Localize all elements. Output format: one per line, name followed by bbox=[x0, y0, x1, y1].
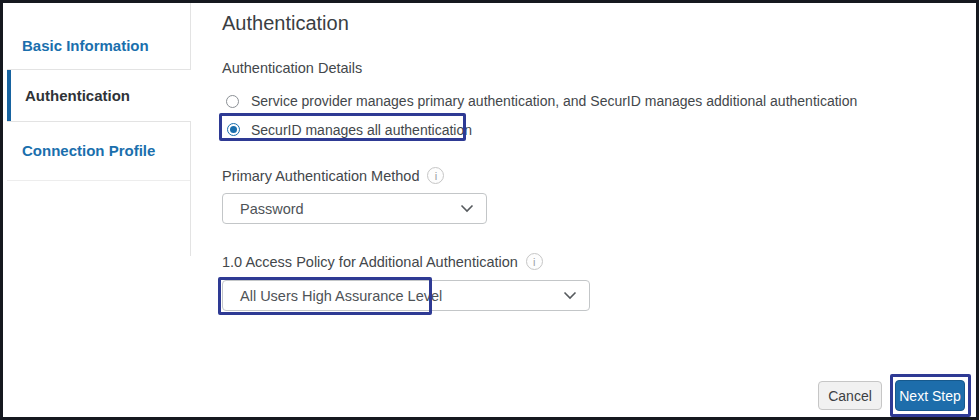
info-icon[interactable]: i bbox=[427, 167, 444, 184]
access-policy-label-text: 1.0 Access Policy for Additional Authent… bbox=[222, 254, 518, 270]
radio-option-label: Service provider manages primary authent… bbox=[251, 93, 857, 109]
primary-method-field-label: Primary Authentication Method i bbox=[222, 167, 444, 184]
info-icon[interactable]: i bbox=[526, 253, 543, 270]
chevron-down-icon bbox=[460, 204, 474, 213]
access-policy-select[interactable]: All Users High Assurance Level bbox=[222, 280, 590, 311]
active-tab-indicator-bar bbox=[7, 70, 11, 121]
access-policy-selected-value: All Users High Assurance Level bbox=[240, 288, 442, 304]
primary-method-selected-value: Password bbox=[240, 201, 304, 217]
next-step-button[interactable]: Next Step bbox=[895, 380, 965, 411]
sidebar-divider-top bbox=[190, 3, 191, 69]
primary-method-label-text: Primary Authentication Method bbox=[222, 168, 419, 184]
radio-selected-icon[interactable] bbox=[227, 123, 240, 136]
radio-unselected-icon[interactable] bbox=[226, 95, 239, 108]
sidebar-item-label: Authentication bbox=[7, 87, 130, 104]
radio-option-service-provider[interactable]: Service provider manages primary authent… bbox=[226, 93, 857, 109]
sidebar-item-divider bbox=[7, 180, 190, 181]
authentication-details-label: Authentication Details bbox=[222, 60, 362, 76]
chevron-down-icon bbox=[563, 291, 577, 300]
sidebar-divider-bottom bbox=[190, 122, 191, 256]
cancel-button[interactable]: Cancel bbox=[818, 381, 882, 410]
sidebar-item-connection-profile[interactable]: Connection Profile bbox=[22, 141, 155, 161]
radio-option-label: SecurID manages all authentication bbox=[251, 122, 472, 138]
primary-method-select[interactable]: Password bbox=[222, 193, 487, 224]
sidebar-item-authentication[interactable]: Authentication bbox=[7, 69, 191, 122]
access-policy-field-label: 1.0 Access Policy for Additional Authent… bbox=[222, 253, 543, 270]
page-title: Authentication bbox=[222, 12, 349, 35]
sidebar-item-basic-information[interactable]: Basic Information bbox=[22, 36, 149, 56]
radio-option-securid-all[interactable]: SecurID manages all authentication bbox=[227, 118, 472, 141]
wizard-panel: Basic Information Authentication Connect… bbox=[0, 0, 979, 420]
